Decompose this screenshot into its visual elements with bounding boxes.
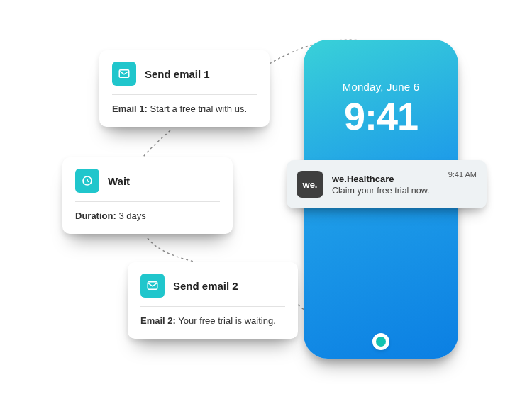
phone-time: 9:41	[304, 97, 458, 135]
card-title: Send email 2	[173, 280, 238, 292]
push-notification[interactable]: we. we.Healthcare Claim your free trial …	[287, 160, 487, 208]
card-title: Send email 1	[145, 68, 210, 80]
detail-value: Your free trial is waiting.	[178, 315, 276, 326]
phone-date: Monday, June 6	[304, 81, 458, 93]
detail-label: Email 2:	[140, 315, 176, 326]
detail-label: Duration:	[75, 210, 116, 221]
workflow-step-send-email-2[interactable]: Send email 2 Email 2: Your free trial is…	[128, 262, 298, 339]
card-detail: Email 2: Your free trial is waiting.	[140, 315, 285, 326]
card-header: Send email 2	[140, 274, 285, 307]
notification-message: Claim your free trial now.	[332, 186, 440, 196]
notification-body: we.Healthcare Claim your free trial now.	[332, 174, 440, 196]
notification-time: 9:41 AM	[448, 170, 477, 179]
clock-icon	[75, 169, 99, 193]
card-title: Wait	[108, 175, 130, 187]
detail-value: Start a free trial with us.	[150, 103, 247, 114]
workflow-step-wait[interactable]: Wait Duration: 3 days	[62, 157, 233, 234]
card-header: Wait	[75, 169, 220, 202]
card-header: Send email 1	[112, 62, 257, 95]
card-detail: Duration: 3 days	[75, 210, 220, 221]
app-icon: we.	[297, 171, 323, 198]
detail-value: 3 days	[118, 210, 145, 221]
notification-app-name: we.Healthcare	[332, 174, 440, 184]
card-detail: Email 1: Start a free trial with us.	[112, 103, 257, 114]
home-indicator-icon	[372, 333, 389, 350]
detail-label: Email 1:	[112, 103, 148, 114]
email-icon	[140, 274, 165, 298]
email-icon	[112, 62, 136, 86]
workflow-step-send-email-1[interactable]: Send email 1 Email 1: Start a free trial…	[99, 50, 270, 127]
